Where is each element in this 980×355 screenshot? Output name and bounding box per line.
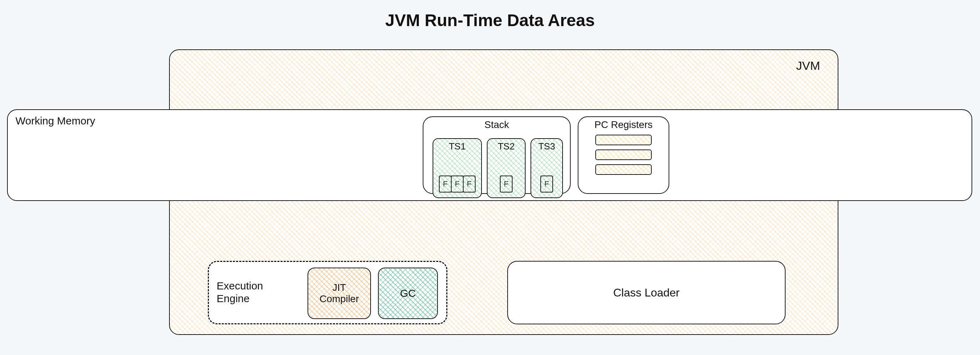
pc-registers-box: PC Registers — [578, 116, 669, 194]
thread-stack-2-frames: F — [488, 176, 525, 192]
diagram-title: JVM Run-Time Data Areas — [0, 11, 980, 30]
stack-frame: F — [540, 176, 553, 192]
class-loader-label: Class Loader — [613, 286, 680, 299]
thread-stack-2: TS2 F — [487, 138, 526, 198]
pc-registers-label: PC Registers — [578, 119, 668, 130]
stack-label: Stack — [423, 119, 570, 130]
stack-frame: F — [500, 176, 512, 192]
thread-stack-3: TS3 F — [530, 138, 563, 198]
thread-stack-1-frames: F F F — [433, 176, 481, 192]
jit-compiler-box: JIT Compiler — [307, 267, 371, 319]
stack-frame: F — [439, 176, 452, 192]
working-memory-label: Working Memory — [16, 115, 95, 127]
jvm-label: JVM — [796, 59, 820, 73]
class-loader-box: Class Loader — [507, 261, 786, 324]
pc-register-row — [595, 164, 652, 175]
stack-box: Stack TS1 F F F TS2 F TS3 F — [423, 116, 571, 194]
pc-register-row — [595, 135, 652, 145]
stack-frame: F — [463, 176, 476, 192]
thread-stack-3-frames: F — [531, 176, 562, 192]
gc-label: GC — [400, 287, 416, 299]
stack-frame: F — [451, 176, 464, 192]
pc-register-row — [595, 149, 652, 160]
jit-compiler-label: JIT Compiler — [320, 282, 359, 305]
thread-stack-1: TS1 F F F — [433, 138, 482, 198]
execution-engine-box: Execution Engine JIT Compiler GC — [208, 261, 447, 324]
diagram-canvas: JVM Run-Time Data Areas JVM Working Memo… — [0, 0, 980, 355]
gc-box: GC — [378, 267, 438, 319]
execution-engine-label: Execution Engine — [216, 280, 263, 305]
thread-stack-3-label: TS3 — [531, 141, 562, 152]
thread-stack-1-label: TS1 — [433, 141, 481, 152]
thread-stack-2-label: TS2 — [488, 141, 525, 152]
